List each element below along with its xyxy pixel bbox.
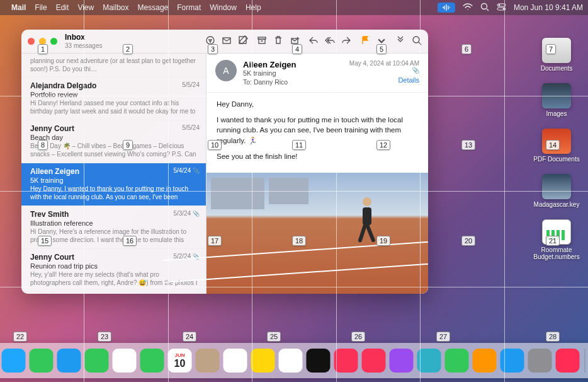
reply-icon[interactable] xyxy=(308,35,319,48)
message-reader: A Aileen Zeigen 5K training To: Danny Ri… xyxy=(206,54,428,294)
forward-icon[interactable] xyxy=(341,35,351,48)
dock-reminders[interactable] xyxy=(223,349,247,373)
reader-to-label: To: xyxy=(243,78,252,86)
sender-avatar: A xyxy=(215,60,237,81)
reply-all-icon[interactable] xyxy=(325,35,335,48)
new-message-icon[interactable] xyxy=(222,35,232,48)
menu-message[interactable]: Message xyxy=(138,3,169,12)
filter-icon[interactable] xyxy=(205,35,215,48)
mailbox-count: 33 messages xyxy=(65,42,102,49)
control-center-icon[interactable] xyxy=(497,3,506,13)
dock-contacts[interactable] xyxy=(196,349,220,373)
svg-point-5 xyxy=(503,8,505,9)
grid-number: 23 xyxy=(98,332,111,342)
dock-notes[interactable] xyxy=(251,349,275,373)
menu-edit[interactable]: Edit xyxy=(56,3,69,12)
spotlight-icon[interactable] xyxy=(480,3,489,13)
svg-point-6 xyxy=(206,37,214,44)
grid-number: 24 xyxy=(183,332,196,342)
more-icon[interactable] xyxy=(395,35,405,48)
reader-to: Danny Rico xyxy=(254,78,288,86)
menu-mailbox[interactable]: Mailbox xyxy=(103,3,128,12)
attachment-icon: 📎 xyxy=(412,67,419,74)
desktop-item[interactable]: Roommate Budget.numbers xyxy=(532,219,581,260)
window-zoom[interactable] xyxy=(50,38,57,45)
desktop-item[interactable]: PDF Documents xyxy=(533,129,579,163)
svg-line-1 xyxy=(487,9,489,11)
dock-freeform[interactable] xyxy=(279,349,303,373)
clock[interactable]: Mon Jun 10 9:41 AM xyxy=(514,3,583,12)
dock: JUN10 xyxy=(0,343,588,378)
message-list-item[interactable]: Alejandra Delgado5/5/24Portfolio reviewH… xyxy=(21,78,206,120)
dock-photos[interactable] xyxy=(113,349,137,373)
desktop-item[interactable]: Documents xyxy=(541,38,573,72)
message-list-item[interactable]: Jenny Court5/5/24Beach dayBeach Day 🌴 – … xyxy=(21,120,206,163)
mail-window: Inbox 33 messages xyxy=(21,30,428,294)
reader-body: Hey Danny, I wanted to thank you for put… xyxy=(206,93,428,173)
search-icon[interactable] xyxy=(412,35,422,48)
dock-messages[interactable] xyxy=(30,349,54,373)
mailbox-title: Inbox xyxy=(65,33,102,42)
message-list-item[interactable]: Rich Dinh4/28/24 📎Trip to Zion National … xyxy=(21,292,206,294)
message-list-item[interactable]: planning our next adventure (or at least… xyxy=(21,54,206,78)
dock-news[interactable] xyxy=(362,349,386,373)
dock-appstore-alt[interactable] xyxy=(417,349,441,373)
app-menu[interactable]: Mail xyxy=(11,3,26,12)
titlebar: Inbox 33 messages xyxy=(21,30,428,54)
svg-point-12 xyxy=(413,37,419,43)
details-link[interactable]: Details xyxy=(349,76,419,84)
compose-icon[interactable] xyxy=(238,35,248,48)
dock-appstore[interactable] xyxy=(500,349,524,373)
menu-view[interactable]: View xyxy=(77,3,94,12)
reader-from: Aileen Zeigen xyxy=(243,60,297,69)
dock-safari[interactable] xyxy=(2,349,26,373)
dock-maps[interactable] xyxy=(85,349,109,373)
grid-number: 27 xyxy=(436,332,450,342)
flag-menu-chevron-icon[interactable] xyxy=(376,35,387,48)
window-close[interactable] xyxy=(28,38,35,45)
reader-subject: 5K training xyxy=(243,69,297,77)
grid-number: 13 xyxy=(461,140,475,150)
message-list-item[interactable]: Trev Smith5/3/24 📎Illustration reference… xyxy=(21,206,206,249)
wifi-icon[interactable] xyxy=(463,3,473,13)
message-list-item[interactable]: Aileen Zeigen5/4/24 📎5K trainingHey Dann… xyxy=(21,163,206,206)
dock-calendar[interactable]: JUN10 xyxy=(168,349,192,373)
menu-window[interactable]: Window xyxy=(210,3,237,12)
archive-icon[interactable] xyxy=(257,35,267,48)
grid-number: 22 xyxy=(13,332,27,342)
menubar: Mail File Edit View Mailbox Message Form… xyxy=(0,0,588,15)
reader-image-attachment[interactable] xyxy=(206,173,428,294)
svg-point-0 xyxy=(481,3,487,9)
menu-help[interactable]: Help xyxy=(246,3,261,12)
grid-number: 25 xyxy=(267,332,281,342)
message-list-item[interactable]: Jenny Court5/2/24 📎Reunion road trip pic… xyxy=(21,249,206,292)
dock-settings[interactable] xyxy=(528,349,552,373)
dock-tv[interactable] xyxy=(307,349,331,373)
desktop-item[interactable]: Images xyxy=(542,83,571,117)
dock-music[interactable] xyxy=(334,349,358,373)
menu-format[interactable]: Format xyxy=(177,3,201,12)
window-minimize[interactable] xyxy=(39,38,46,45)
dock-facetime[interactable] xyxy=(140,349,164,373)
flag-icon[interactable] xyxy=(360,35,370,48)
desktop-icons: DocumentsImagesPDF DocumentsMadagascar.k… xyxy=(531,38,582,260)
desktop-item[interactable]: Madagascar.key xyxy=(534,174,580,208)
svg-point-4 xyxy=(499,4,500,6)
grid-number: 28 xyxy=(546,332,560,342)
reader-date: May 4, 2024 at 10:04 AM xyxy=(349,60,419,67)
dock-numbers[interactable] xyxy=(445,349,469,373)
menu-file[interactable]: File xyxy=(35,3,47,12)
junk-icon[interactable] xyxy=(290,35,300,48)
dock-book[interactable] xyxy=(556,349,580,373)
grid-number: 6 xyxy=(461,44,472,54)
dock-mail[interactable] xyxy=(57,349,81,373)
trash-icon[interactable] xyxy=(273,35,283,48)
message-list[interactable]: planning our next adventure (or at least… xyxy=(21,54,206,294)
dock-podcasts[interactable] xyxy=(390,349,414,373)
dock-pages[interactable] xyxy=(473,349,497,373)
grid-number: 20 xyxy=(461,236,475,246)
grid-number: 26 xyxy=(351,332,365,342)
voice-control-icon[interactable] xyxy=(438,3,455,13)
